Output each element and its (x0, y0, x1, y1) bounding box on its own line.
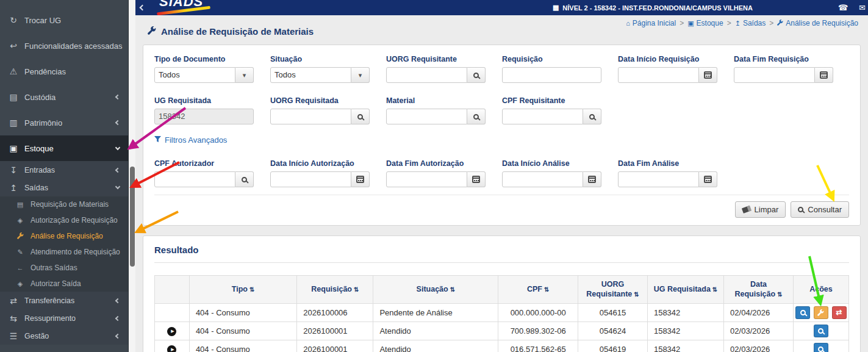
column-header-situacao[interactable]: Situação⇅ (373, 276, 498, 304)
sidebar-item-requisicao-materiais[interactable]: ▤ Requisição de Materiais (0, 196, 128, 212)
caret-down-icon: ▾ (243, 72, 246, 79)
sidebar-item-transferencias[interactable]: ⇄ Transferências (0, 292, 128, 309)
sidebar-item-custodia[interactable]: ▤ Custódia (0, 84, 128, 110)
cell-tipo: 404 - Consumo (189, 340, 296, 352)
sidebar-item-trocar-ug[interactable]: ↻ Trocar UG (0, 7, 128, 33)
data-inicio-requisicao-input[interactable] (618, 67, 699, 83)
situacao-select[interactable]: Todos ▾ (270, 67, 370, 83)
sidebar-item-autorizacao-requisicao[interactable]: ◈ Autorização de Requisição (0, 212, 128, 228)
sort-icon[interactable]: ⇅ (712, 286, 717, 293)
analyze-request-button[interactable] (814, 306, 828, 319)
results-title: Resultado (154, 245, 849, 255)
uorg-requisitante-input[interactable] (386, 67, 467, 83)
reprocess-request-button[interactable]: ⇄ (832, 306, 847, 319)
consult-button[interactable]: Consultar (791, 201, 849, 218)
material-input[interactable] (386, 109, 467, 124)
view-request-button[interactable] (795, 306, 810, 319)
sort-icon[interactable]: ⇅ (777, 291, 782, 298)
sidebar-item-outras-saidas[interactable]: ← Outras Saídas (0, 260, 128, 276)
field-uorg-requisitante: UORG Requisitante (386, 55, 486, 83)
sidebar-item-entradas[interactable]: ↧ Entradas (0, 161, 128, 179)
requisicao-input[interactable] (502, 67, 601, 83)
calendar-icon (472, 176, 480, 183)
data-inicio-analise-input[interactable] (502, 171, 583, 187)
cell-expand (155, 303, 190, 321)
column-header-uorg-requisitante[interactable]: UORG Requisitante⇅ (578, 276, 648, 304)
calendar-addon-button[interactable] (815, 67, 833, 83)
tipo-documento-select[interactable]: Todos ▾ (154, 67, 254, 83)
collapse-sidebar-button[interactable] (140, 5, 145, 10)
transfers-icon: ⇄ (9, 296, 18, 306)
cell-ug: 158342 (647, 340, 723, 352)
sidebar-item-label: Estoque (24, 144, 54, 153)
sidebar-item-estoque[interactable]: ▣ Estoque (0, 135, 128, 161)
sidebar-item-autorizar-saida[interactable]: ◈ Autorizar Saída (0, 276, 128, 292)
sidebar-item-patrimonio[interactable]: ▥ Patrimônio (0, 110, 128, 135)
column-header-cpf[interactable]: CPF⇅ (498, 276, 578, 304)
search-icon (818, 328, 823, 334)
data-fim-analise-input[interactable] (618, 171, 699, 187)
search-addon-button[interactable] (467, 67, 486, 83)
cell-data: 02/03/2026 (724, 340, 794, 352)
chevron-left-icon (115, 333, 120, 338)
expand-row-icon[interactable]: ▶ (167, 345, 176, 352)
column-header-requisicao[interactable]: Requisição⇅ (297, 276, 373, 304)
search-addon-button[interactable] (235, 171, 254, 187)
breadcrumb-link-estoque[interactable]: ▣Estoque (687, 19, 723, 27)
column-header-tipo[interactable]: Tipo⇅ (189, 276, 296, 304)
column-header-data-requisicao[interactable]: Data Requisição⇅ (724, 276, 794, 304)
search-addon-button[interactable] (583, 109, 601, 124)
field-situacao: Situação Todos ▾ (270, 55, 370, 83)
sidebar-item-funcionalidades[interactable]: ↩ Funcionalidades acessadas (0, 33, 128, 59)
chevron-left-icon (115, 315, 120, 320)
clear-button[interactable]: Limpar (735, 201, 786, 218)
arrow-left-icon: ← (16, 264, 24, 271)
management-icon: ☰ (9, 331, 18, 341)
breadcrumb-link-pagina-inicial[interactable]: ⌂Página Inicial (626, 19, 676, 27)
sidebar-item-analise-requisicao[interactable]: Análise de Requisição (0, 228, 128, 244)
sidebar-item-pendencias[interactable]: ⚠ Pendências (0, 59, 128, 84)
search-addon-button[interactable] (351, 109, 370, 124)
field-label: Data Início Autorização (270, 159, 370, 168)
data-inicio-autorizacao-input[interactable] (270, 171, 351, 187)
calendar-addon-button[interactable] (467, 171, 486, 187)
calendar-addon-button[interactable] (583, 171, 601, 187)
breadcrumb-link-saidas[interactable]: ↥Saídas (735, 19, 766, 27)
scrollbar-thumb[interactable] (130, 167, 135, 267)
dropdown-caret-button[interactable]: ▾ (235, 67, 254, 83)
expand-row-icon[interactable]: ▶ (167, 327, 176, 336)
sort-icon[interactable]: ⇅ (544, 286, 549, 293)
search-icon (800, 310, 806, 315)
dropdown-caret-button[interactable]: ▾ (351, 67, 370, 83)
chevron-down-icon (115, 145, 120, 149)
sidebar-item-ressuprimento[interactable]: ⇆ Ressuprimento (0, 309, 128, 327)
breadcrumb-link-analise-requisicao[interactable]: Análise de Requisição (777, 19, 858, 27)
sort-icon[interactable]: ⇅ (450, 286, 455, 293)
shield-icon: ◈ (16, 217, 24, 224)
search-addon-button[interactable] (467, 109, 486, 124)
calendar-addon-button[interactable] (699, 171, 717, 187)
resupply-icon: ⇆ (9, 314, 18, 323)
view-request-button[interactable] (814, 343, 828, 352)
calendar-addon-button[interactable] (699, 67, 717, 83)
cpf-autorizador-input[interactable] (154, 171, 235, 187)
data-fim-autorizacao-input[interactable] (386, 171, 467, 187)
stock-icon: ▣ (687, 20, 694, 27)
sidebar-item-atendimento-requisicao[interactable]: ✎ Atendimento de Requisição (0, 244, 128, 260)
field-cpf-requisitante: CPF Requisitante (502, 96, 601, 124)
uorg-requisitada-input[interactable] (270, 109, 351, 124)
calendar-addon-button[interactable] (351, 171, 370, 187)
advanced-filters-link[interactable]: Filtros Avançados (154, 135, 227, 145)
mail-icon[interactable]: ✉ (859, 3, 866, 12)
sidebar-scrollbar[interactable] (128, 0, 135, 352)
view-request-button[interactable] (814, 325, 828, 337)
column-header-ug-requisitada[interactable]: UG Requisitada⇅ (647, 276, 723, 304)
sort-icon[interactable]: ⇅ (354, 286, 359, 293)
cpf-requisitante-input[interactable] (502, 109, 583, 124)
sidebar-item-gestao[interactable]: ☰ Gestão (0, 327, 128, 345)
sidebar-item-saidas[interactable]: ↥ Saídas (0, 179, 128, 196)
phone-icon[interactable]: ☎ (838, 3, 848, 12)
data-fim-requisicao-input[interactable] (734, 67, 815, 83)
sort-icon[interactable]: ⇅ (634, 291, 639, 298)
sort-icon[interactable]: ⇅ (249, 286, 254, 293)
